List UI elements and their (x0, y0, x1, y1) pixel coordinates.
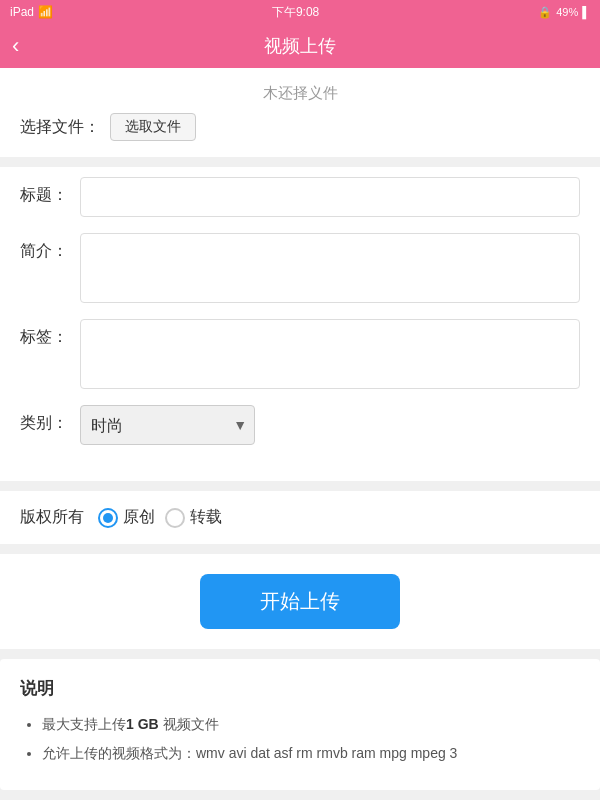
battery-bar: ▌ (582, 6, 590, 18)
info-list: 最大支持上传1 GB 视频文件 允许上传的视频格式为：wmv avi dat a… (20, 714, 580, 764)
battery-icon: 🔒 (538, 6, 552, 19)
tag-label: 标签： (20, 319, 80, 348)
info-item-0: 最大支持上传1 GB 视频文件 (42, 714, 580, 735)
nav-bar: ‹ 视频上传 (0, 24, 600, 68)
tag-input[interactable] (80, 319, 580, 389)
copyright-section: 版权所有 原创 转载 (0, 491, 600, 544)
info-title: 说明 (20, 677, 580, 700)
title-row: 标题： (20, 177, 580, 217)
status-left: iPad 📶 (10, 5, 53, 19)
radio-group: 原创 转载 (98, 507, 222, 528)
upload-section: 开始上传 (0, 554, 600, 649)
form-section: 标题： 简介： 标签： 类别： 时尚 娱乐 体育 科技 生活 美食 (0, 167, 600, 481)
file-not-selected-text: 木还择义件 (20, 84, 580, 103)
file-label: 选择文件： (20, 117, 100, 138)
title-label: 标题： (20, 177, 80, 206)
back-button[interactable]: ‹ (12, 35, 19, 57)
status-right: 🔒 49% ▌ (538, 6, 590, 19)
radio-repost-label: 转载 (190, 507, 222, 528)
copyright-label: 版权所有 (20, 507, 84, 528)
choose-file-button[interactable]: 选取文件 (110, 113, 196, 141)
info-item-1: 允许上传的视频格式为：wmv avi dat asf rm rmvb ram m… (42, 743, 580, 764)
category-label: 类别： (20, 405, 80, 434)
status-bar: iPad 📶 下午9:08 🔒 49% ▌ (0, 0, 600, 24)
radio-original-circle[interactable] (98, 508, 118, 528)
desc-input[interactable] (80, 233, 580, 303)
desc-label: 简介： (20, 233, 80, 262)
title-input[interactable] (80, 177, 580, 217)
radio-original[interactable]: 原创 (98, 507, 155, 528)
radio-repost-circle[interactable] (165, 508, 185, 528)
file-row: 选择文件： 选取文件 (20, 113, 580, 141)
radio-original-label: 原创 (123, 507, 155, 528)
category-row: 类别： 时尚 娱乐 体育 科技 生活 美食 旅游 游戏 ▼ (20, 405, 580, 445)
file-section: 木还择义件 选择文件： 选取文件 (0, 68, 600, 157)
upload-button[interactable]: 开始上传 (200, 574, 400, 629)
status-time: 下午9:08 (272, 4, 319, 21)
category-select[interactable]: 时尚 娱乐 体育 科技 生活 美食 旅游 游戏 (80, 405, 255, 445)
info-section: 说明 最大支持上传1 GB 视频文件 允许上传的视频格式为：wmv avi da… (0, 659, 600, 790)
category-select-wrapper: 时尚 娱乐 体育 科技 生活 美食 旅游 游戏 ▼ (80, 405, 255, 445)
nav-title: 视频上传 (264, 34, 336, 58)
tag-row: 标签： (20, 319, 580, 389)
radio-repost[interactable]: 转载 (165, 507, 222, 528)
desc-row: 简介： (20, 233, 580, 303)
battery-percent: 49% (556, 6, 578, 18)
ipad-label: iPad (10, 5, 34, 19)
main-content: 木还择义件 选择文件： 选取文件 标题： 简介： 标签： 类别： 时尚 (0, 68, 600, 790)
wifi-icon: 📶 (38, 5, 53, 19)
